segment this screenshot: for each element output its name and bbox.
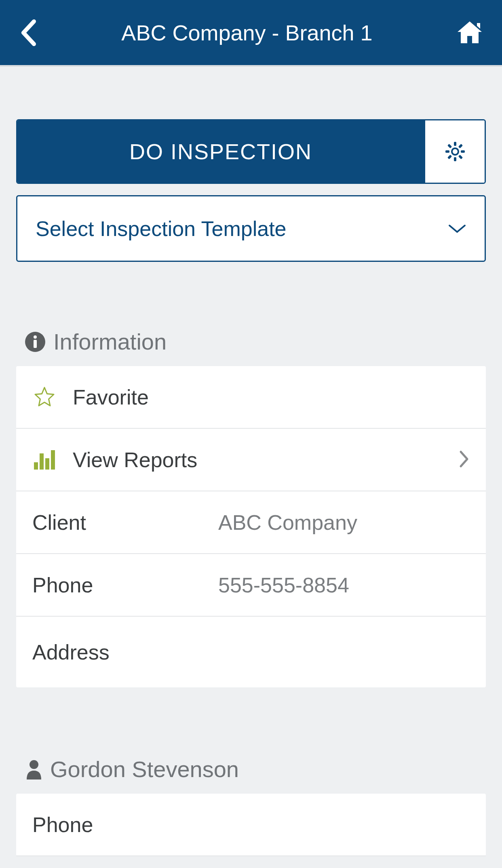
home-button[interactable] xyxy=(453,17,486,49)
information-section-title: Information xyxy=(53,329,167,355)
information-card: Favorite View Reports Client ABC Company xyxy=(16,366,486,687)
svg-rect-1 xyxy=(454,157,456,161)
select-template-dropdown[interactable]: Select Inspection Template xyxy=(16,195,486,262)
main-content: DO INSPECTION Select Inspection Template xyxy=(0,119,502,856)
svg-rect-7 xyxy=(458,155,462,159)
star-outline-icon xyxy=(33,386,56,409)
info-icon xyxy=(25,332,45,352)
contact-name: Gordon Stevenson xyxy=(50,756,239,782)
svg-rect-10 xyxy=(34,340,37,348)
inspection-settings-button[interactable] xyxy=(424,120,485,183)
chevron-down-icon xyxy=(448,223,466,234)
chevron-right-icon xyxy=(458,449,470,469)
svg-point-15 xyxy=(30,760,38,769)
phone-label: Phone xyxy=(32,573,218,597)
svg-rect-3 xyxy=(461,150,465,153)
view-reports-row[interactable]: View Reports xyxy=(16,429,486,491)
view-reports-label: View Reports xyxy=(73,448,197,472)
chevron-left-icon xyxy=(20,19,36,46)
svg-rect-14 xyxy=(51,450,55,470)
address-label: Address xyxy=(32,640,218,664)
page-title: ABC Company - Branch 1 xyxy=(40,20,453,45)
client-value: ABC Company xyxy=(218,510,357,535)
svg-rect-2 xyxy=(445,150,449,153)
contact-phone-label: Phone xyxy=(32,813,218,837)
information-section-header: Information xyxy=(16,329,486,355)
svg-point-9 xyxy=(34,335,37,339)
client-row: Client ABC Company xyxy=(16,491,486,554)
gear-icon xyxy=(445,141,466,162)
home-icon xyxy=(455,18,484,47)
contact-phone-row: Phone xyxy=(16,794,486,856)
svg-rect-11 xyxy=(34,462,38,470)
back-button[interactable] xyxy=(16,17,40,49)
address-row: Address xyxy=(16,617,486,687)
favorite-label: Favorite xyxy=(73,385,149,409)
client-label: Client xyxy=(32,510,218,535)
app-header: ABC Company - Branch 1 xyxy=(0,0,502,67)
svg-rect-12 xyxy=(40,453,44,470)
bar-chart-icon xyxy=(33,449,56,470)
inspection-action-row: DO INSPECTION xyxy=(16,119,486,184)
contact-section-header: Gordon Stevenson xyxy=(16,756,486,782)
person-icon xyxy=(26,759,42,780)
phone-row: Phone 555-555-8854 xyxy=(16,554,486,617)
contact-card: Phone xyxy=(16,794,486,856)
svg-rect-6 xyxy=(447,144,451,148)
phone-value: 555-555-8854 xyxy=(218,573,349,597)
select-template-label: Select Inspection Template xyxy=(36,217,287,241)
favorite-row[interactable]: Favorite xyxy=(16,366,486,429)
svg-rect-13 xyxy=(45,458,49,470)
svg-rect-4 xyxy=(458,144,462,148)
svg-rect-5 xyxy=(447,155,451,159)
svg-rect-0 xyxy=(454,142,456,146)
do-inspection-button[interactable]: DO INSPECTION xyxy=(17,120,424,183)
